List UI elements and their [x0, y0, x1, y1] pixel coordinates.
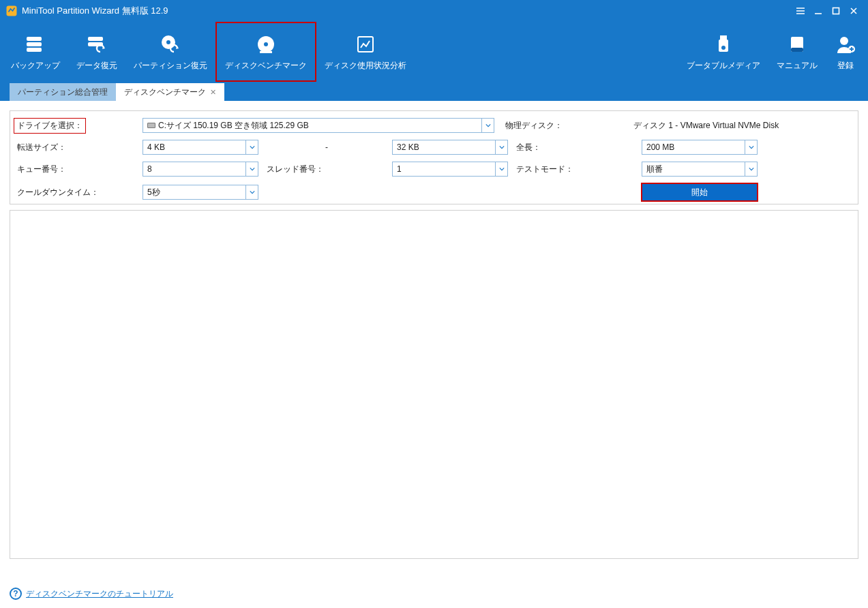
toolbar-manual[interactable]: マニュアル	[768, 22, 826, 82]
data-recovery-icon	[85, 33, 108, 56]
partition-recovery-icon	[159, 33, 182, 56]
chevron-down-icon	[245, 140, 258, 154]
total-length-label: 全長：	[513, 142, 636, 153]
total-length-value: 200 MB	[642, 142, 745, 152]
chevron-down-icon	[745, 162, 757, 176]
results-area	[10, 210, 858, 559]
svg-point-8	[166, 40, 170, 44]
svg-rect-3	[27, 42, 42, 46]
titlebar: MiniTool Partition Wizard 無料版 12.9	[0, 0, 868, 22]
disk-usage-icon	[354, 33, 377, 56]
toolbar-disk-benchmark[interactable]: ディスクベンチマーク	[215, 22, 316, 82]
toolbar-disk-usage-label: ディスク使用状況分析	[325, 60, 406, 72]
test-mode-value: 順番	[642, 164, 745, 175]
thread-select[interactable]: 1	[392, 162, 508, 177]
start-button[interactable]: 開始	[642, 183, 758, 201]
chevron-down-icon	[495, 162, 507, 176]
user-add-icon	[834, 33, 857, 56]
app-icon	[5, 5, 18, 17]
transfer-dash: -	[264, 142, 387, 152]
svg-rect-1	[833, 8, 839, 14]
toolbar-backup-label: バックアップ	[11, 60, 60, 72]
test-mode-label: テストモード：	[513, 164, 636, 175]
toolbar-bootable-label: ブータブルメディア	[687, 60, 760, 72]
svg-point-10	[264, 42, 268, 46]
physical-disk-label: 物理ディスク：	[503, 120, 625, 132]
content-area: ドライブを選択： C:サイズ 150.19 GB 空き領域 125.29 GB …	[0, 101, 868, 568]
hamburger-icon[interactable]	[792, 3, 809, 19]
transfer-size-to-value: 32 KB	[393, 142, 495, 152]
minimize-icon[interactable]	[809, 3, 827, 19]
backup-icon	[24, 33, 47, 56]
chevron-down-icon	[481, 119, 494, 132]
toolbar-partition-recovery-label: パーティション復元	[134, 60, 207, 72]
svg-rect-11	[260, 51, 272, 53]
disk-benchmark-icon	[254, 33, 278, 56]
chevron-down-icon	[245, 162, 258, 176]
toolbar-register[interactable]: 登録	[826, 22, 865, 82]
svg-rect-12	[358, 37, 373, 52]
help-icon: ?	[10, 588, 22, 600]
main-toolbar: バックアップ データ復元 パーティション復元 ディスクベンチマーク ディスク使用…	[0, 22, 868, 82]
svg-rect-5	[88, 37, 103, 41]
svg-rect-0	[7, 6, 17, 16]
tab-bar: パーティション総合管理 ディスクベンチマーク ✕	[0, 82, 868, 101]
transfer-size-from[interactable]: 4 KB	[143, 140, 258, 155]
svg-rect-17	[791, 48, 803, 52]
toolbar-bootable-media[interactable]: ブータブルメディア	[678, 22, 768, 82]
svg-point-15	[721, 46, 725, 50]
transfer-size-to[interactable]: 32 KB	[392, 140, 508, 155]
tab-disk-benchmark-label: ディスクベンチマーク	[124, 87, 206, 98]
chevron-down-icon	[745, 140, 757, 154]
toolbar-disk-usage[interactable]: ディスク使用状況分析	[316, 22, 415, 82]
thread-label: スレッド番号：	[264, 164, 387, 175]
toolbar-partition-recovery[interactable]: パーティション復元	[125, 22, 215, 82]
queue-select[interactable]: 8	[143, 162, 258, 177]
settings-panel: ドライブを選択： C:サイズ 150.19 GB 空き領域 125.29 GB …	[10, 110, 858, 204]
toolbar-disk-benchmark-label: ディスクベンチマーク	[225, 60, 307, 72]
physical-disk-value: ディスク 1 - VMware Virtual NVMe Disk	[631, 120, 854, 132]
svg-point-18	[840, 37, 848, 45]
footer: ? ディスクベンチマークのチュートリアル	[10, 588, 173, 600]
cooldown-select[interactable]: 5秒	[143, 185, 258, 200]
svg-rect-2	[27, 37, 42, 41]
select-drive-label: ドライブを選択：	[14, 119, 85, 133]
toolbar-backup[interactable]: バックアップ	[3, 22, 68, 82]
svg-rect-4	[27, 48, 42, 52]
app-title: MiniTool Partition Wizard 無料版 12.9	[22, 5, 168, 17]
thread-value: 1	[393, 164, 495, 174]
svg-rect-13	[720, 35, 727, 40]
drive-select-value: C:サイズ 150.19 GB 空き領域 125.29 GB	[158, 120, 309, 132]
start-button-label: 開始	[691, 187, 708, 198]
book-icon	[785, 33, 809, 56]
transfer-size-label: 転送サイズ：	[14, 142, 137, 153]
usb-icon	[712, 33, 735, 56]
toolbar-register-label: 登録	[837, 60, 854, 72]
cooldown-label: クールダウンタイム：	[14, 187, 137, 198]
queue-label: キュー番号：	[14, 164, 137, 175]
toolbar-data-recovery-label: データ復元	[76, 60, 117, 72]
test-mode-select[interactable]: 順番	[642, 162, 758, 177]
cooldown-value: 5秒	[143, 187, 245, 198]
transfer-size-from-value: 4 KB	[143, 142, 245, 152]
queue-value: 8	[143, 164, 245, 174]
total-length-select[interactable]: 200 MB	[642, 140, 758, 155]
maximize-icon[interactable]	[827, 3, 845, 19]
drive-select[interactable]: C:サイズ 150.19 GB 空き領域 125.29 GB	[143, 118, 494, 133]
tab-partition-management-label: パーティション総合管理	[18, 87, 108, 98]
toolbar-manual-label: マニュアル	[777, 60, 818, 72]
toolbar-data-recovery[interactable]: データ復元	[68, 22, 125, 82]
drive-icon	[147, 123, 155, 128]
tab-disk-benchmark[interactable]: ディスクベンチマーク ✕	[116, 83, 224, 101]
close-icon[interactable]	[845, 3, 863, 19]
tab-close-icon[interactable]: ✕	[210, 88, 216, 97]
chevron-down-icon	[245, 185, 258, 199]
tab-partition-management[interactable]: パーティション総合管理	[10, 83, 116, 101]
tutorial-link[interactable]: ディスクベンチマークのチュートリアル	[26, 588, 173, 600]
chevron-down-icon	[495, 140, 507, 154]
